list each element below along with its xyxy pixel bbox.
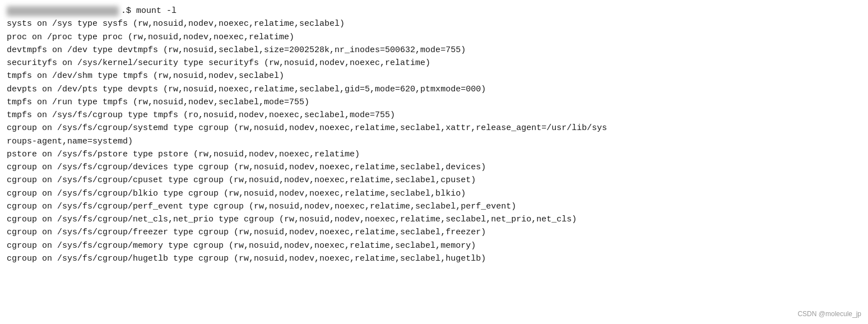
- terminal-line: tmpfs on /run type tmpfs (rw,nosuid,node…: [7, 96, 861, 109]
- terminal-line: roups-agent,name=systemd): [7, 135, 861, 148]
- terminal-line: devpts on /dev/pts type devpts (rw,nosui…: [7, 83, 861, 96]
- terminal-line: devtmpfs on /dev type devtmpfs (rw,nosui…: [7, 44, 861, 57]
- terminal-line: tmpfs on /dev/shm type tmpfs (rw,nosuid,…: [7, 70, 861, 82]
- terminal-line: pstore on /sys/fs/pstore type pstore (rw…: [7, 148, 861, 161]
- terminal-window: .$ mount -l systs on /sys type sysfs (rw…: [7, 4, 861, 265]
- watermark: CSDN @molecule_jp: [797, 309, 861, 320]
- prompt-symbol: .$ mount -l: [121, 4, 177, 17]
- terminal-line: cgroup on /sys/fs/cgroup/devices type cg…: [7, 161, 861, 174]
- terminal-line: cgroup on /sys/fs/cgroup/hugetlb type cg…: [7, 252, 861, 265]
- terminal-line: cgroup on /sys/fs/cgroup/memory type cgr…: [7, 239, 861, 252]
- terminal-line: cgroup on /sys/fs/cgroup/net_cls,net_pri…: [7, 213, 861, 226]
- terminal-line: systs on /sys type sysfs (rw,nosuid,node…: [7, 17, 861, 30]
- terminal-line: proc on /proc type proc (rw,nosuid,nodev…: [7, 31, 861, 44]
- terminal-line: securityfs on /sys/kernel/security type …: [7, 57, 861, 70]
- terminal-line: cgroup on /sys/fs/cgroup/freezer type cg…: [7, 226, 861, 239]
- terminal-line: tmpfs on /sys/fs/cgroup type tmpfs (ro,n…: [7, 109, 861, 122]
- terminal-output: systs on /sys type sysfs (rw,nosuid,node…: [7, 17, 861, 265]
- terminal-line: cgroup on /sys/fs/cgroup/cpuset type cgr…: [7, 174, 861, 187]
- blurred-hostname: [7, 6, 119, 16]
- prompt-line: .$ mount -l: [7, 4, 861, 17]
- terminal-line: cgroup on /sys/fs/cgroup/perf_event type…: [7, 200, 861, 213]
- terminal-line: cgroup on /sys/fs/cgroup/systemd type cg…: [7, 122, 861, 135]
- terminal-line: cgroup on /sys/fs/cgroup/blkio type cgro…: [7, 187, 861, 200]
